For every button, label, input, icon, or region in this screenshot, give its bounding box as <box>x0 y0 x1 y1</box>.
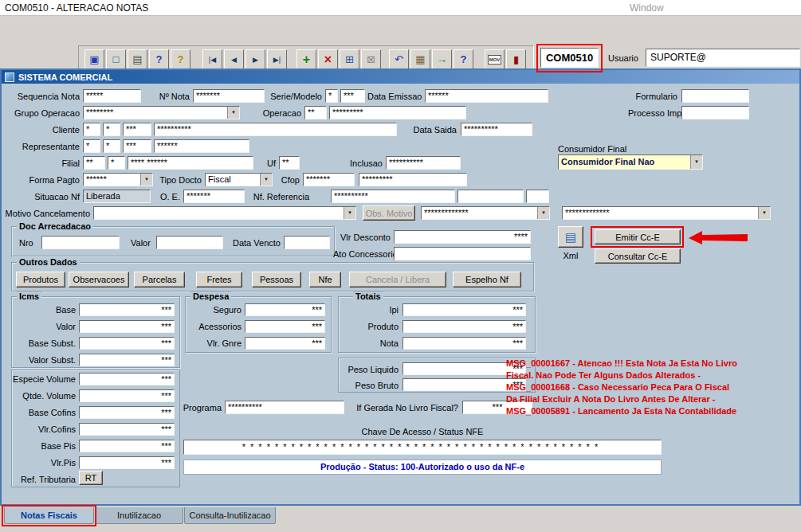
last-record-button[interactable]: ▶| <box>267 49 287 69</box>
cliente-field-1[interactable]: * <box>83 123 100 136</box>
ato-concessorio-field[interactable] <box>394 247 531 260</box>
add-record-button[interactable]: + <box>296 49 316 69</box>
nota-field[interactable]: *** <box>402 337 526 350</box>
data-saida-field[interactable]: ********** <box>461 123 532 136</box>
cfop-field[interactable]: ******* <box>303 173 355 186</box>
icms-valor-field[interactable]: *** <box>79 320 175 333</box>
cliente-field-3[interactable]: *** <box>123 123 151 136</box>
representante-field-3[interactable]: *** <box>123 139 151 153</box>
chave-acesso-field[interactable]: ****************************************… <box>183 440 662 455</box>
icms-valor-subst-field[interactable]: *** <box>79 354 175 366</box>
delete-record-button[interactable]: × <box>318 49 338 69</box>
grupo-operacao-dropdown[interactable]: ********▼ <box>83 106 240 119</box>
vlr-desconto-field[interactable]: **** <box>394 230 531 244</box>
vlr-cofins-field[interactable]: *** <box>79 423 175 436</box>
modelo-field[interactable]: *** <box>340 89 365 103</box>
cfop-desc-field[interactable]: ********* <box>359 173 467 186</box>
produtos-button[interactable]: Produtos <box>16 272 65 288</box>
go-button[interactable]: → <box>432 49 452 69</box>
fretes-button[interactable]: Fretes <box>196 272 242 288</box>
vlr-pis-label: Vlr.Pis <box>4 458 76 467</box>
next-record-button[interactable]: ▶ <box>245 49 265 69</box>
data-emissao-field[interactable]: ****** <box>425 89 548 103</box>
cliente-field-2[interactable]: * <box>103 123 120 136</box>
qtde-volume-field[interactable]: *** <box>79 389 175 402</box>
save-button[interactable]: ▣ <box>84 49 104 69</box>
espelho-nf-button[interactable]: Espelho Nf <box>453 272 521 288</box>
first-record-button[interactable]: |◀ <box>202 49 222 69</box>
operacao-cod-field[interactable]: ** <box>304 106 327 119</box>
cliente-nome-field[interactable]: ********** <box>154 123 397 136</box>
xml-button[interactable]: ▤ <box>558 226 583 248</box>
acessorios-field[interactable]: *** <box>245 320 325 333</box>
tab-consulta-inutilizacao[interactable]: Consulta-Inutilizacao <box>184 507 276 524</box>
parcelas-button[interactable]: Parcelas <box>134 272 185 288</box>
produto-field[interactable]: *** <box>402 320 526 333</box>
consumidor-final-dropdown[interactable]: Consumidor Final Nao▼ <box>558 155 703 170</box>
motivo-cancelamento-dropdown[interactable]: ▼ <box>93 206 356 220</box>
menu-window[interactable]: Window <box>630 2 664 14</box>
mov-icon: MOV <box>488 55 502 65</box>
representante-nome-field[interactable]: ****** <box>154 139 249 153</box>
n-nota-field[interactable]: ******* <box>193 89 265 103</box>
tipo-docto-dropdown[interactable]: Fiscal▼ <box>205 173 273 186</box>
nf-referencia-field-1[interactable]: ********** <box>331 190 455 203</box>
tab-inutilizacao[interactable]: Inutilizacao <box>95 507 183 524</box>
clear-button[interactable]: ⊠ <box>361 49 381 69</box>
doc-valor-field[interactable] <box>156 236 223 249</box>
base-pis-field[interactable]: *** <box>79 440 175 452</box>
tab-notas-fiscais[interactable]: Notas Fiscais <box>4 507 94 524</box>
pessoas-button[interactable]: Pessoas <box>252 272 301 288</box>
motivo-dropdown-3[interactable]: *************▼ <box>562 206 771 220</box>
especie-volume-field[interactable]: *** <box>79 373 175 385</box>
print-button[interactable]: ▤ <box>128 49 147 69</box>
serie-field[interactable]: * <box>325 89 338 103</box>
nfe-button[interactable]: Nfe <box>309 272 341 288</box>
programa-field[interactable]: ********** <box>225 401 344 414</box>
rt-button[interactable]: RT <box>79 471 103 485</box>
icms-base-field[interactable]: *** <box>79 303 175 316</box>
chevron-down-icon: ▼ <box>690 155 702 169</box>
vlr-gnre-field[interactable]: *** <box>245 337 325 350</box>
icms-base-subst-field[interactable]: *** <box>79 337 175 350</box>
nf-referencia-field-2[interactable] <box>457 190 524 203</box>
inclusao-field[interactable]: ********** <box>386 156 461 170</box>
usuario-field[interactable]: SUPORTE@ <box>646 49 800 67</box>
uf-field[interactable]: ** <box>279 156 300 170</box>
operacao-desc-field[interactable]: ********* <box>329 106 466 119</box>
nro-field[interactable] <box>41 236 120 249</box>
emitir-cce-button[interactable]: Emitir Cc-E <box>595 229 681 244</box>
oe-field[interactable]: ******* <box>183 190 245 203</box>
undo-button[interactable]: ↶ <box>389 49 409 69</box>
nf-referencia-field-3[interactable] <box>526 190 549 203</box>
data-vencto-field[interactable] <box>284 236 330 249</box>
sequencia-nota-field[interactable]: ***** <box>83 89 141 103</box>
forma-pagto-dropdown[interactable]: ******▼ <box>83 173 153 186</box>
exit-button[interactable]: ▮ <box>506 49 526 69</box>
observacoes-button[interactable]: Observacoes <box>69 272 129 288</box>
help-config-button[interactable]: ? <box>171 49 190 69</box>
prev-record-button[interactable]: ◀ <box>224 49 244 69</box>
filial-field-2[interactable]: * <box>108 156 125 170</box>
nota-label: Nota <box>343 338 399 348</box>
base-cofins-field[interactable]: *** <box>79 406 175 419</box>
formulario-field[interactable] <box>681 89 749 103</box>
query-button[interactable]: ⊞ <box>340 49 359 69</box>
representante-field-1[interactable]: * <box>83 139 100 153</box>
motivo-dropdown-2[interactable]: *************▼ <box>421 206 550 220</box>
processo-imp-field[interactable] <box>681 106 749 119</box>
display-button[interactable]: □ <box>106 49 126 69</box>
mov-button[interactable]: MOV <box>485 49 505 69</box>
vlr-pis-field[interactable]: *** <box>79 456 175 469</box>
help-edit-button[interactable]: ? <box>149 49 169 69</box>
ipi-field[interactable]: *** <box>402 303 526 316</box>
filial-nome-field[interactable]: **** ****** <box>128 156 253 170</box>
filial-label: Filial <box>4 158 80 168</box>
filial-field-1[interactable]: ** <box>83 156 105 170</box>
paste-button[interactable]: ▦ <box>410 49 430 69</box>
icms-valor-subst-label: Valor Subst. <box>4 355 76 365</box>
help-button[interactable]: ? <box>454 49 473 69</box>
consultar-cce-button[interactable]: Consultar Cc-E <box>595 248 681 264</box>
seguro-field[interactable]: *** <box>245 303 325 316</box>
representante-field-2[interactable]: * <box>103 139 120 153</box>
